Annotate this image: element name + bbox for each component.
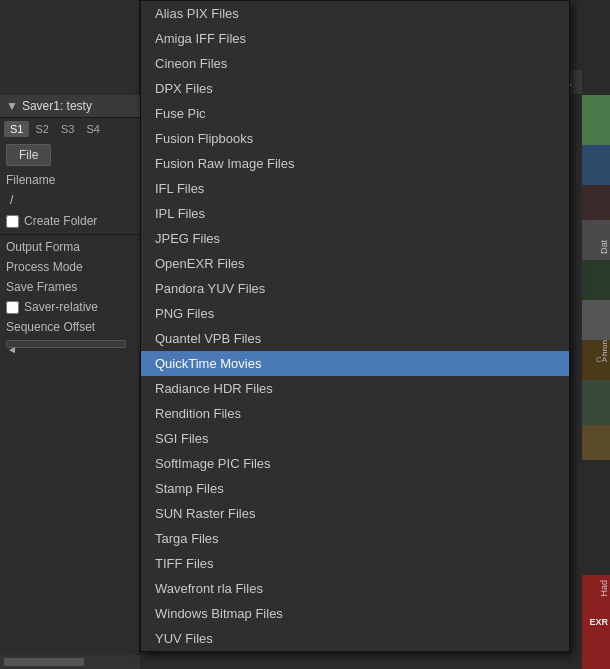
tab-s1[interactable]: S1 <box>4 121 29 137</box>
right-panel-9 <box>582 425 610 460</box>
saver-relative-row: Saver-relative <box>0 297 140 317</box>
dropdown-item-yuv[interactable]: YUV Files <box>141 626 569 651</box>
save-frames-row: Save Frames <box>0 277 140 297</box>
right-label-dat: Dat <box>599 240 609 254</box>
dropdown-item-softimage-pic[interactable]: SoftImage PIC Files <box>141 451 569 476</box>
dropdown-item-cineon[interactable]: Cineon Files <box>141 51 569 76</box>
sequence-offset-row: Sequence Offset <box>0 317 140 337</box>
right-label-had: Had <box>599 580 609 597</box>
process-mode-row: Process Mode <box>0 257 140 277</box>
saver-title: Saver1: testy <box>22 99 92 113</box>
saver-relative-label: Saver-relative <box>24 300 98 314</box>
dropdown-item-windows-bitmap[interactable]: Windows Bitmap Files <box>141 601 569 626</box>
dropdown-item-sun-raster[interactable]: SUN Raster Files <box>141 501 569 526</box>
scroll-thumb <box>4 658 84 666</box>
dropdown-item-targa[interactable]: Targa Files <box>141 526 569 551</box>
tab-s3[interactable]: S3 <box>55 121 80 137</box>
output-format-row: Output Forma <box>0 237 140 257</box>
tab-s4[interactable]: S4 <box>80 121 105 137</box>
dropdown-item-openexr[interactable]: OpenEXR Files <box>141 251 569 276</box>
file-format-dropdown: Alias PIX FilesAmiga IFF FilesCineon Fil… <box>140 0 570 652</box>
right-label-ca: CA <box>596 355 607 364</box>
dropdown-item-fuse-pic[interactable]: Fuse Pic <box>141 101 569 126</box>
tab-s2[interactable]: S2 <box>29 121 54 137</box>
saver-collapse-icon[interactable]: ▼ <box>6 99 18 113</box>
dropdown-item-quicktime[interactable]: QuickTime Movies <box>141 351 569 376</box>
dropdown-item-png[interactable]: PNG Files <box>141 301 569 326</box>
filename-row: Filename <box>0 170 140 190</box>
right-label-exr: EXR <box>589 617 608 627</box>
dropdown-item-quantel-vpb[interactable]: Quantel VPB Files <box>141 326 569 351</box>
save-frames-label: Save Frames <box>6 280 77 294</box>
right-panel-8 <box>582 380 610 425</box>
right-panel-2 <box>582 145 610 185</box>
right-label-hron: hron <box>600 340 609 356</box>
right-panel-1: ntos <box>582 95 610 145</box>
dropdown-item-alias-pix[interactable]: Alias PIX Files <box>141 1 569 26</box>
slider-area: ◄ <box>0 337 140 351</box>
dropdown-item-dpx[interactable]: DPX Files <box>141 76 569 101</box>
dropdown-item-wavefront-rla[interactable]: Wavefront rla Files <box>141 576 569 601</box>
dropdown-item-pandora-yuv[interactable]: Pandora YUV Files <box>141 276 569 301</box>
offset-slider[interactable]: ◄ <box>6 340 126 348</box>
filename-value-row: / <box>0 190 140 210</box>
divider-1 <box>0 234 140 235</box>
sequence-offset-label: Sequence Offset <box>6 320 95 334</box>
dropdown-item-ipl[interactable]: IPL Files <box>141 201 569 226</box>
dropdown-item-sgi[interactable]: SGI Files <box>141 426 569 451</box>
dropdown-item-rendition[interactable]: Rendition Files <box>141 401 569 426</box>
filename-value: / <box>10 193 13 207</box>
filename-label: Filename <box>6 173 55 187</box>
file-tab-area: File <box>0 140 140 170</box>
file-button[interactable]: File <box>6 144 51 166</box>
right-panel-5 <box>582 260 610 300</box>
dropdown-item-tiff[interactable]: TIFF Files <box>141 551 569 576</box>
right-panel-6 <box>582 300 610 340</box>
saver-panel: ▼ Saver1: testy S1 S2 S3 S4 File Filenam… <box>0 95 140 351</box>
scroll-indicator[interactable] <box>0 655 140 669</box>
dropdown-item-ifl[interactable]: IFL Files <box>141 176 569 201</box>
output-format-label: Output Forma <box>6 240 80 254</box>
dropdown-item-fusion-raw-image[interactable]: Fusion Raw Image Files <box>141 151 569 176</box>
dropdown-item-stamp[interactable]: Stamp Files <box>141 476 569 501</box>
saver-tab-row: S1 S2 S3 S4 <box>0 118 140 140</box>
scroll-left-icon: ◄ <box>7 344 17 355</box>
process-mode-label: Process Mode <box>6 260 83 274</box>
dropdown-item-radiance-hdr[interactable]: Radiance HDR Files <box>141 376 569 401</box>
dropdown-item-jpeg[interactable]: JPEG Files <box>141 226 569 251</box>
saver-header: ▼ Saver1: testy <box>0 95 140 118</box>
dropdown-item-fusion-flipbooks[interactable]: Fusion Flipbooks <box>141 126 569 151</box>
create-folder-row: Create Folder <box>0 210 140 232</box>
create-folder-label: Create Folder <box>24 214 97 228</box>
dropdown-item-amiga-iff[interactable]: Amiga IFF Files <box>141 26 569 51</box>
saver-relative-checkbox[interactable] <box>6 301 19 314</box>
create-folder-checkbox[interactable] <box>6 215 19 228</box>
right-panel-3 <box>582 185 610 220</box>
